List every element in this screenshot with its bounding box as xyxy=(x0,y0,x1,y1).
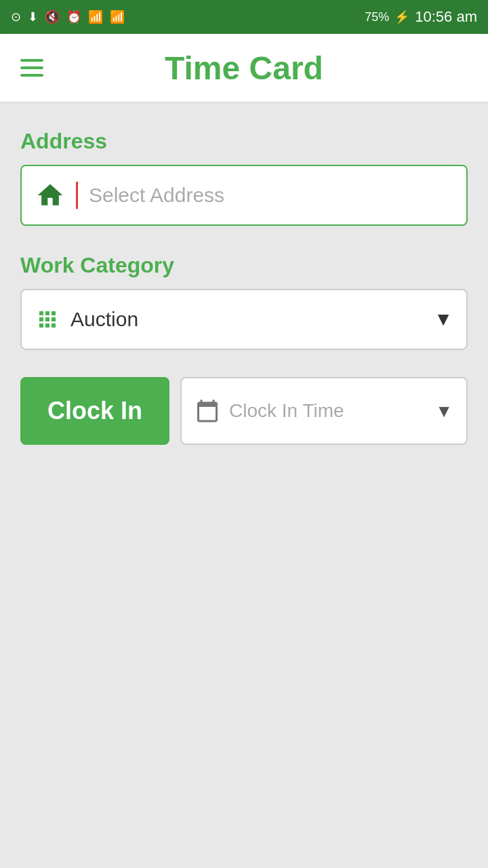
calendar-icon xyxy=(195,399,220,423)
status-bar-left: ⊙ ⬇ 🔇 ⏰ 📶 📶 xyxy=(11,9,125,24)
status-time: 10:56 am xyxy=(415,8,477,26)
page-title: Time Card xyxy=(165,50,323,87)
status-bar: ⊙ ⬇ 🔇 ⏰ 📶 📶 75% ⚡ 10:56 am xyxy=(0,0,488,34)
address-placeholder: Select Address xyxy=(89,184,224,207)
category-icon xyxy=(35,307,60,332)
work-category-value: Auction xyxy=(70,308,423,331)
mute-icon: 🔇 xyxy=(45,9,60,24)
wifi-icon: 📶 xyxy=(88,9,103,24)
address-label: Address xyxy=(20,129,468,154)
clock-in-time-chevron-down-icon: ▼ xyxy=(435,401,453,422)
address-input-field[interactable]: Select Address xyxy=(20,165,468,226)
signal-icon: 📶 xyxy=(110,9,125,24)
battery-percent: 75% xyxy=(365,10,389,24)
record-icon: ⊙ xyxy=(11,9,21,24)
clock-in-time-placeholder: Clock In Time xyxy=(229,400,426,422)
status-bar-right: 75% ⚡ 10:56 am xyxy=(365,8,477,26)
home-icon xyxy=(35,180,65,210)
battery-charging-icon: ⚡ xyxy=(394,9,409,24)
bottom-row: Clock In Clock In Time ▼ xyxy=(20,377,468,445)
download-icon: ⬇ xyxy=(28,9,38,24)
work-category-label: Work Category xyxy=(20,253,468,278)
text-cursor xyxy=(76,182,78,209)
alarm-icon: ⏰ xyxy=(66,9,81,24)
menu-line-1 xyxy=(20,59,43,62)
main-content: Address Select Address Work Category Auc… xyxy=(0,102,488,868)
header: Time Card xyxy=(0,34,488,102)
clock-in-time-dropdown[interactable]: Clock In Time ▼ xyxy=(180,377,468,445)
menu-button[interactable] xyxy=(20,59,43,77)
work-category-dropdown[interactable]: Auction ▼ xyxy=(20,289,468,350)
menu-line-2 xyxy=(20,66,43,69)
menu-line-3 xyxy=(20,74,43,77)
work-category-chevron-down-icon: ▼ xyxy=(434,309,453,330)
clock-in-button[interactable]: Clock In xyxy=(20,377,169,445)
